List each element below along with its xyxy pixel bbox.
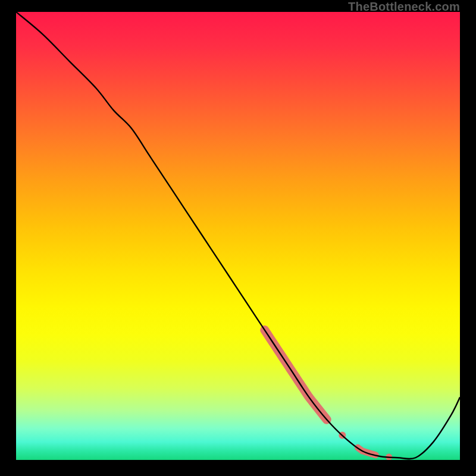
- chart-svg: [16, 12, 460, 460]
- highlight-segment: [358, 447, 375, 455]
- watermark-text: TheBottleneck.com: [348, 0, 460, 14]
- bottleneck-curve: [16, 12, 460, 459]
- highlight-overlay: [265, 330, 392, 460]
- plot-area: [16, 12, 460, 460]
- chart-frame: TheBottleneck.com: [0, 0, 476, 476]
